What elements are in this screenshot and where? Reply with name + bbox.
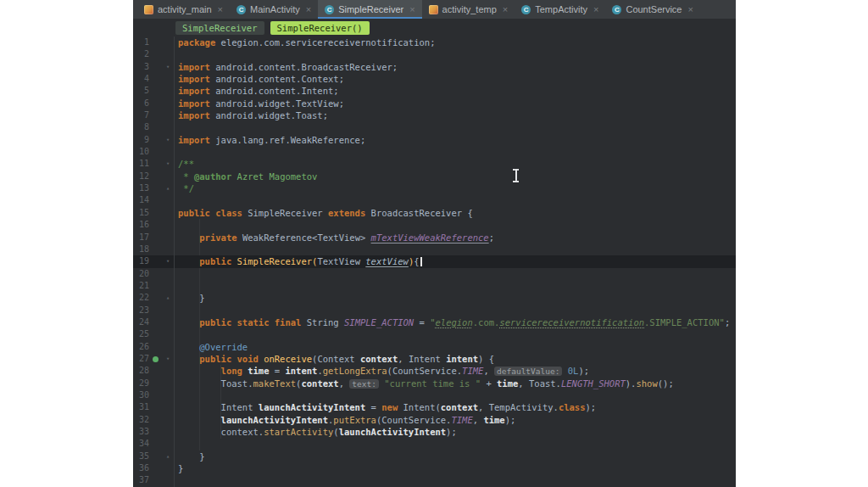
breadcrumb-selected[interactable]: SimpleReceiver() — [270, 21, 370, 35]
code-line-28[interactable]: 28 long time = intent.getLongExtra(Count… — [133, 365, 736, 377]
code-token: ; — [489, 232, 494, 243]
code-line-24[interactable]: 24 public static final String SIMPLE_ACT… — [133, 316, 736, 328]
code-line-33[interactable]: 33 context.startActivity(launchActivityI… — [133, 426, 736, 438]
code-token: makeText — [253, 378, 297, 389]
code-token: elegion — [435, 317, 472, 327]
code-token: time — [248, 366, 269, 376]
breadcrumb-item[interactable]: SimpleReceiver — [175, 21, 264, 35]
code-line-2[interactable]: 2 — [133, 48, 736, 60]
code-line-26[interactable]: 26 @Override — [133, 341, 736, 353]
tab-activity_main[interactable]: activity_main× — [137, 0, 230, 19]
close-icon[interactable]: × — [593, 5, 598, 14]
override-dot — [153, 356, 159, 362]
close-icon[interactable]: × — [503, 5, 508, 14]
gutter: 5 — [133, 85, 175, 97]
code-token: BroadcastReceiver { — [371, 208, 473, 218]
close-icon[interactable]: × — [218, 5, 223, 14]
override-marker-icon[interactable] — [149, 356, 162, 362]
line-number: 29 — [133, 378, 149, 389]
code-line-20[interactable]: 20 — [133, 268, 736, 280]
code-line-14[interactable]: 14 — [133, 194, 736, 206]
code-token — [178, 342, 199, 352]
close-icon[interactable]: × — [306, 5, 311, 14]
code-line-25[interactable]: 25 — [133, 328, 736, 340]
fold-icon[interactable]: ▾ — [162, 61, 174, 73]
code-line-1[interactable]: 1package elegion.com.servicereceivernoti… — [133, 36, 736, 48]
close-icon[interactable]: × — [687, 5, 693, 14]
code-line-10[interactable]: 10 — [133, 146, 736, 158]
code-line-36[interactable]: 36} — [133, 462, 736, 474]
code-token: ); — [586, 402, 597, 412]
code-line-37[interactable]: 37 — [133, 474, 736, 486]
code-line-30[interactable]: 30 — [133, 389, 736, 401]
fold-icon[interactable]: ▴ — [162, 182, 174, 194]
tab-TempActivity[interactable]: CTempActivity× — [515, 0, 605, 19]
code-line-34[interactable]: 34 — [133, 438, 736, 450]
tab-activity_temp[interactable]: activity_temp× — [422, 0, 515, 19]
code-line-22[interactable]: 22▴ } — [133, 292, 736, 304]
code-line-11[interactable]: 11▾/** — [133, 158, 736, 170]
gutter: 4 — [133, 73, 175, 85]
gutter: 7 — [133, 109, 175, 121]
code-line-19[interactable]: 19▾ public SimpleReceiver(TextView textV… — [133, 255, 736, 267]
code-token — [178, 354, 199, 364]
code-text: private WeakReference<TextView> mTextVie… — [175, 232, 494, 244]
gutter: 36 — [133, 462, 175, 474]
code-token: ); — [446, 427, 457, 437]
code-token: + — [481, 378, 497, 389]
code-line-27[interactable]: 27▾ public void onReceive(Context contex… — [133, 353, 736, 365]
code-line-9[interactable]: 9▾import java.lang.ref.WeakReference; — [133, 134, 736, 146]
line-number: 17 — [133, 232, 149, 244]
close-icon[interactable]: × — [409, 5, 415, 14]
code-token: = — [414, 317, 430, 327]
fold-icon[interactable]: ▾ — [162, 158, 174, 170]
code-line-8[interactable]: 8 — [133, 121, 736, 133]
code-line-17[interactable]: 17 private WeakReference<TextView> mText… — [133, 232, 736, 244]
line-number: 37 — [133, 474, 149, 486]
code-line-5[interactable]: 5import android.content.Intent; — [133, 85, 736, 97]
code-token: show — [636, 378, 657, 389]
tab-SimpleReceiver[interactable]: CSimpleReceiver× — [318, 0, 421, 19]
code-line-4[interactable]: 4import android.content.Context; — [133, 73, 736, 85]
line-number: 30 — [133, 389, 149, 401]
code-token: TextView — [317, 256, 365, 266]
layout-file-icon — [429, 5, 438, 14]
code-line-32[interactable]: 32 launchActivityIntent.putExtra(CountSe… — [133, 414, 736, 426]
fold-icon[interactable]: ▴ — [162, 292, 174, 304]
code-token: private — [199, 232, 242, 243]
code-text — [175, 268, 178, 280]
code-line-23[interactable]: 23 — [133, 305, 736, 316]
code-line-6[interactable]: 6import android.widget.TextView; — [133, 98, 736, 109]
code-line-21[interactable]: 21 — [133, 280, 736, 292]
fold-icon[interactable]: ▾ — [162, 353, 174, 365]
tab-MainActivity[interactable]: CMainActivity× — [230, 0, 318, 19]
code-line-16[interactable]: 16 — [133, 219, 736, 231]
fold-icon[interactable]: ▴ — [162, 451, 174, 462]
code-line-7[interactable]: 7import android.widget.Toast; — [133, 109, 736, 121]
code-line-31[interactable]: 31 Intent launchActivityIntent = new Int… — [133, 401, 736, 413]
code-token: mTextViewWeakReference — [371, 232, 489, 243]
code-line-12[interactable]: 12 * @author Azret Magometov — [133, 171, 736, 182]
code-token: ); — [505, 415, 516, 425]
code-line-35[interactable]: 35▴ } — [133, 451, 736, 462]
code-editor[interactable]: 1package elegion.com.servicereceivernoti… — [133, 36, 736, 487]
code-token: , Toast. — [518, 378, 561, 389]
code-token: (); — [658, 378, 674, 389]
code-line-13[interactable]: 13▴ */ — [133, 182, 736, 194]
code-token: textView — [365, 256, 409, 266]
code-text — [175, 244, 178, 255]
code-line-15[interactable]: 15public class SimpleReceiver extends Br… — [133, 207, 736, 219]
line-number: 11 — [133, 158, 149, 170]
gutter: 8 — [133, 121, 175, 133]
code-line-18[interactable]: 18 — [133, 244, 736, 255]
code-line-29[interactable]: 29 Toast.makeText(context, text: "curren… — [133, 378, 736, 389]
line-number: 1 — [133, 36, 149, 48]
fold-icon[interactable]: ▾ — [162, 255, 174, 267]
fold-icon[interactable]: ▾ — [162, 134, 174, 146]
gutter: 20 — [133, 268, 175, 280]
code-text — [175, 219, 178, 231]
gutter: 37 — [133, 474, 175, 486]
code-text: Intent launchActivityIntent = new Intent… — [175, 401, 596, 413]
code-line-3[interactable]: 3▾import android.content.BroadcastReceiv… — [133, 61, 736, 73]
tab-CountService[interactable]: CCountService× — [605, 0, 699, 19]
